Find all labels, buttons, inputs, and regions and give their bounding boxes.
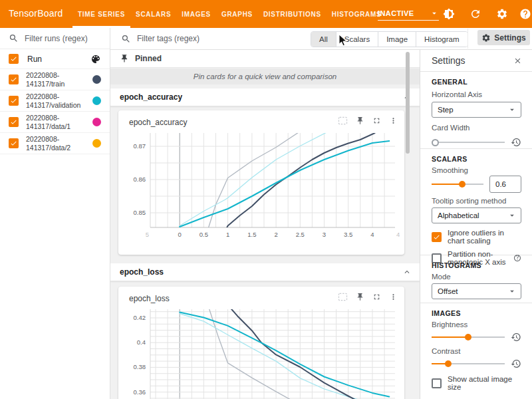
chevron-down-icon <box>507 105 517 114</box>
horizontal-axis-dropdown[interactable]: Step <box>432 102 521 118</box>
tab-images[interactable]: IMAGES <box>176 0 216 28</box>
brightness-label: Brightness <box>432 321 521 329</box>
svg-text:3.5: 3.5 <box>344 231 352 238</box>
pin-icon <box>120 54 129 63</box>
fullscreen-icon[interactable] <box>372 116 381 125</box>
svg-text:0.38: 0.38 <box>134 363 146 370</box>
card-toolbar <box>338 116 398 125</box>
section-heading: HISTOGRAMS <box>432 261 521 269</box>
tab-graphs[interactable]: GRAPHS <box>216 0 258 28</box>
tab-distributions[interactable]: DISTRIBUTIONS <box>258 0 327 28</box>
reset-icon[interactable] <box>511 137 521 148</box>
help-icon[interactable] <box>519 8 531 20</box>
dropdown-value: Offset <box>438 287 458 295</box>
filter-tags-placeholder: Filter tags (regex) <box>137 34 200 43</box>
scrollbar-thumb[interactable] <box>406 52 410 154</box>
epoch-loss-chart[interactable]: 0.420.40.380.360.34 <box>120 305 402 399</box>
run-color-dot <box>92 75 101 84</box>
tab-time-series[interactable]: TIME SERIES <box>72 0 130 28</box>
histogram-mode-dropdown[interactable]: Offset <box>432 283 521 299</box>
close-icon[interactable] <box>513 57 522 65</box>
section-header-epoch-loss[interactable]: epoch_loss <box>110 263 420 281</box>
tooltip-sorting-dropdown[interactable]: Alphabetical <box>432 207 521 223</box>
reset-icon[interactable] <box>511 332 521 342</box>
svg-text:0.5: 0.5 <box>200 231 208 238</box>
chip-image[interactable]: Image <box>378 32 416 47</box>
tags-toolbar: Filter tags (regex) All Scalars Image Hi… <box>110 28 532 50</box>
chevron-up-icon[interactable] <box>402 267 412 277</box>
reset-icon[interactable] <box>511 358 521 369</box>
chevron-down-icon <box>507 211 517 220</box>
section-heading: GENERAL <box>432 78 521 86</box>
run-checkbox[interactable] <box>9 74 19 84</box>
cards-scroll-area: Pinned Pin cards for a quick view and co… <box>110 50 420 399</box>
epoch-accuracy-chart[interactable]: 0.850.860.8700.511.522.533.5454 <box>120 129 402 243</box>
more-options-icon[interactable] <box>389 293 398 301</box>
fullscreen-icon[interactable] <box>372 293 381 301</box>
contrast-slider[interactable] <box>432 360 505 368</box>
run-row-validation[interactable]: 20220808-141317/validation <box>0 90 110 112</box>
search-icon <box>9 33 19 43</box>
run-checkbox[interactable] <box>9 117 19 127</box>
dropdown-value: Alphabetical <box>438 211 479 219</box>
horizontal-axis-label: Horizontal Axis <box>432 90 521 98</box>
settings-section-images: IMAGES Brightness Contrast <box>420 303 532 399</box>
smoothing-value-input[interactable]: 0.6 <box>489 176 521 193</box>
gear-icon <box>481 33 491 43</box>
run-checkbox[interactable] <box>9 138 19 148</box>
palette-icon[interactable] <box>90 54 101 65</box>
svg-text:5: 5 <box>146 231 149 238</box>
help-icon[interactable] <box>513 254 521 262</box>
more-options-icon[interactable] <box>389 116 398 125</box>
svg-text:2: 2 <box>274 231 277 238</box>
refresh-icon[interactable] <box>469 8 481 20</box>
run-row-data-2[interactable]: 20220808-141317/data/2 <box>0 133 110 154</box>
chip-scalars[interactable]: Scalars <box>336 32 378 47</box>
section-header-epoch-accuracy[interactable]: epoch_accuracy <box>110 88 420 106</box>
filter-runs-input[interactable]: Filter runs (regex) <box>0 28 110 49</box>
run-color-dot <box>92 139 101 148</box>
dropdown-value: Step <box>438 106 454 114</box>
settings-button[interactable]: Settings <box>477 30 530 45</box>
svg-text:0.86: 0.86 <box>134 176 146 183</box>
show-actual-size-checkbox[interactable] <box>432 378 442 388</box>
brightness-toggle-icon[interactable] <box>443 8 455 20</box>
app-header: TensorBoard TIME SERIES SCALARS IMAGES G… <box>0 0 532 28</box>
run-color-dot <box>92 118 101 126</box>
reload-status-dropdown[interactable]: INACTIVE <box>378 7 439 21</box>
gear-icon[interactable] <box>496 8 508 20</box>
pin-icon[interactable] <box>356 293 364 301</box>
filter-tags-input[interactable]: Filter tags (regex) <box>121 28 200 49</box>
app-title: TensorBoard <box>9 8 63 19</box>
smoothing-slider[interactable] <box>432 180 483 188</box>
status-label: INACTIVE <box>378 9 414 17</box>
tooltip-sorting-label: Tooltip sorting method <box>432 197 521 205</box>
svg-text:0.42: 0.42 <box>134 314 146 321</box>
ignore-outliers-label: Ignore outliers in chart scaling <box>448 229 521 245</box>
run-row-data-1[interactable]: 20220808-141317/data/1 <box>0 112 110 133</box>
fit-to-data-icon[interactable] <box>338 293 348 301</box>
section-heading: SCALARS <box>432 155 521 163</box>
pinned-section-header: Pinned <box>110 50 420 68</box>
section-heading: IMAGES <box>432 309 521 317</box>
runs-sidebar: Filter runs (regex) Run 20220808-141317/… <box>0 28 110 399</box>
show-actual-size-label: Show actual image size <box>448 375 521 391</box>
main-nav: TIME SERIES SCALARS IMAGES GRAPHS DISTRI… <box>72 0 386 28</box>
chip-histogram[interactable]: Histogram <box>416 32 467 47</box>
select-all-runs-checkbox[interactable] <box>9 54 19 64</box>
run-row-train[interactable]: 20220808-141317/train <box>0 69 110 90</box>
runs-header-row: Run <box>0 49 110 69</box>
run-label: 20220808-141317/data/1 <box>26 114 85 131</box>
svg-text:2.5: 2.5 <box>296 231 305 238</box>
brightness-slider[interactable] <box>432 333 505 341</box>
tab-scalars[interactable]: SCALARS <box>130 0 176 28</box>
svg-text:0.85: 0.85 <box>134 209 146 216</box>
ignore-outliers-checkbox[interactable] <box>432 232 442 242</box>
pin-icon[interactable] <box>356 116 364 125</box>
svg-text:1: 1 <box>226 231 229 238</box>
run-checkbox[interactable] <box>9 96 19 106</box>
card-width-slider[interactable] <box>432 138 505 146</box>
fit-to-data-icon[interactable] <box>338 116 348 125</box>
chip-all[interactable]: All <box>311 32 336 47</box>
svg-text:1.5: 1.5 <box>247 231 256 238</box>
